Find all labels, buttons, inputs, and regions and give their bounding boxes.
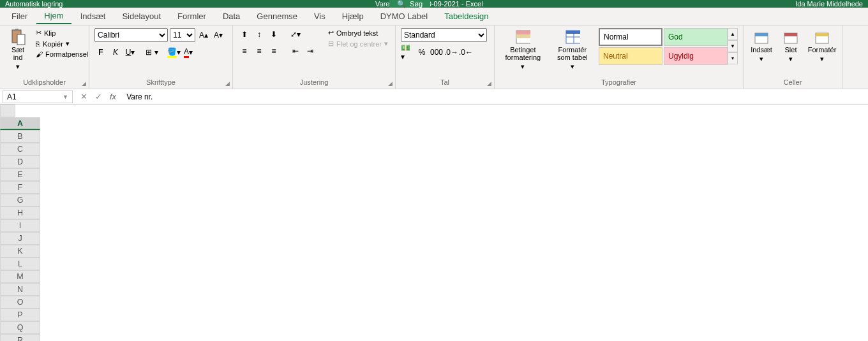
col-header-C[interactable]: C <box>0 143 40 156</box>
paste-button[interactable]: Sæt ind▾ <box>5 28 31 72</box>
ribbon-tabs: Filer Hjem Indsæt Sidelayout Formler Dat… <box>0 8 868 25</box>
increase-decimal-icon[interactable]: .0→ <box>445 46 458 59</box>
italic-button[interactable]: K <box>109 46 122 59</box>
font-launcher[interactable]: ◢ <box>225 80 230 87</box>
tab-formler[interactable]: Formler <box>170 9 214 24</box>
cancel-icon[interactable]: ✕ <box>80 92 87 101</box>
merge-center-button[interactable]: ⊟Flet og centrer ▾ <box>327 39 389 48</box>
underline-button[interactable]: U ▾ <box>124 46 137 59</box>
style-god[interactable]: God <box>664 28 728 46</box>
conditional-formatting-button[interactable]: Betinget formatering▾ <box>500 28 546 72</box>
table-icon <box>565 29 580 45</box>
style-normal[interactable]: Normal <box>599 28 662 46</box>
copy-button[interactable]: ⎘Kopiér ▾ <box>34 39 89 48</box>
title-bar: Automatisk lagring VareStamdata_10-09-20… <box>0 0 868 8</box>
fx-icon[interactable]: fx <box>110 92 116 101</box>
col-header-Q[interactable]: Q <box>0 321 40 334</box>
svg-rect-5 <box>516 34 530 38</box>
tab-tabeldesign[interactable]: Tabeldesign <box>437 9 496 24</box>
format-cells-button[interactable]: Formatér▾ <box>807 28 837 64</box>
alignment-launcher[interactable]: ◢ <box>388 80 393 87</box>
col-header-A[interactable]: A <box>0 117 40 130</box>
svg-rect-2 <box>17 34 25 45</box>
tab-hjaelp[interactable]: Hjælp <box>334 9 371 24</box>
gallery-up-icon[interactable]: ▲ <box>728 28 738 40</box>
decrease-indent-icon[interactable]: ⇤ <box>289 45 302 57</box>
decrease-decimal-icon[interactable]: .0← <box>460 46 472 59</box>
col-header-N[interactable]: N <box>0 283 40 296</box>
gallery-down-icon[interactable]: ▼ <box>728 40 738 52</box>
style-ugyldig[interactable]: Ugyldig <box>664 47 728 65</box>
scissors-icon: ✂ <box>36 29 41 37</box>
col-header-O[interactable]: O <box>0 296 40 308</box>
clipboard-group-label: Udklipsholder <box>5 77 84 86</box>
tab-dymo[interactable]: DYMO Label <box>373 9 435 24</box>
fill-color-button[interactable]: 🪣▾ <box>167 46 180 59</box>
tab-hjem[interactable]: Hjem <box>36 8 71 24</box>
align-center-icon[interactable]: ≡ <box>253 45 266 57</box>
wrap-icon: ↩ <box>328 29 334 37</box>
increase-font-icon[interactable]: A▴ <box>197 29 210 41</box>
col-header-E[interactable]: E <box>0 168 40 181</box>
tab-gennemse[interactable]: Gennemse <box>249 9 305 24</box>
orientation-icon[interactable]: ⤢▾ <box>289 28 302 41</box>
ribbon: Sæt ind▾ ✂Klip ⎘Kopiér ▾ 🖌Formatpensel U… <box>0 25 868 89</box>
bold-button[interactable]: F <box>94 46 107 59</box>
tab-data[interactable]: Data <box>215 9 248 24</box>
percent-format-icon[interactable]: % <box>415 46 428 59</box>
col-header-R[interactable]: R <box>0 334 40 341</box>
col-header-J[interactable]: J <box>0 232 40 245</box>
border-button[interactable]: ⊞ ▾ <box>146 46 158 59</box>
delete-cells-button[interactable]: Slet▾ <box>778 28 804 64</box>
tab-filer[interactable]: Filer <box>4 9 35 24</box>
search-box[interactable]: 🔍 Søg <box>389 0 430 8</box>
tab-vis[interactable]: Vis <box>306 9 333 24</box>
select-all-corner[interactable] <box>0 105 15 117</box>
align-middle-icon[interactable]: ↕ <box>253 28 266 41</box>
align-top-icon[interactable]: ⬆ <box>238 28 251 41</box>
increase-indent-icon[interactable]: ⇥ <box>304 45 317 57</box>
name-box[interactable]: A1▼ <box>3 91 73 103</box>
col-header-L[interactable]: L <box>0 258 40 270</box>
col-header-K[interactable]: K <box>0 245 40 258</box>
enter-icon[interactable]: ✓ <box>95 92 102 101</box>
tab-indsaet[interactable]: Indsæt <box>73 9 114 24</box>
number-format-select[interactable]: Standard <box>401 28 487 42</box>
font-name-select[interactable]: Calibri <box>94 28 168 42</box>
spreadsheet-grid[interactable]: ABCDEFGHIJKLMNOPQRSTU1Vare nr.NavnStregk… <box>0 105 868 341</box>
align-right-icon[interactable]: ≡ <box>267 45 280 57</box>
accounting-format-icon[interactable]: 💵▾ <box>401 46 414 59</box>
insert-cells-button[interactable]: Indsæt▾ <box>749 28 774 64</box>
tab-sidelayout[interactable]: Sidelayout <box>114 9 168 24</box>
col-header-H[interactable]: H <box>0 207 40 219</box>
col-header-B[interactable]: B <box>0 130 40 143</box>
col-header-I[interactable]: I <box>0 219 40 232</box>
svg-rect-1 <box>15 29 19 31</box>
svg-rect-13 <box>784 33 797 36</box>
col-header-G[interactable]: G <box>0 194 40 207</box>
svg-rect-11 <box>755 33 768 36</box>
clipboard-launcher[interactable]: ◢ <box>82 80 86 87</box>
number-launcher[interactable]: ◢ <box>487 80 491 87</box>
align-bottom-icon[interactable]: ⬇ <box>267 28 280 41</box>
copy-icon: ⎘ <box>36 40 40 48</box>
cut-button[interactable]: ✂Klip <box>34 28 89 38</box>
col-header-F[interactable]: F <box>0 181 40 194</box>
col-header-P[interactable]: P <box>0 308 40 321</box>
formula-input[interactable]: Vare nr. <box>121 92 868 101</box>
col-header-M[interactable]: M <box>0 270 40 283</box>
wrap-text-button[interactable]: ↩Ombryd tekst <box>327 28 389 38</box>
align-left-icon[interactable]: ≡ <box>238 45 251 57</box>
font-size-select[interactable]: 11 <box>170 28 195 42</box>
col-header-D[interactable]: D <box>0 156 40 168</box>
style-neutral[interactable]: Neutral <box>599 47 662 65</box>
decrease-font-icon[interactable]: A▾ <box>212 29 225 41</box>
cond-format-icon <box>515 29 530 45</box>
format-cells-icon <box>814 29 830 45</box>
format-as-table-button[interactable]: Formatér som tabel▾ <box>550 28 595 72</box>
brush-icon: 🖌 <box>36 50 43 58</box>
comma-format-icon[interactable]: 000 <box>430 46 443 59</box>
gallery-more-icon[interactable]: ▾ <box>728 52 738 64</box>
format-painter-button[interactable]: 🖌Formatpensel <box>34 50 89 59</box>
font-color-button[interactable]: A▾ <box>182 46 195 59</box>
